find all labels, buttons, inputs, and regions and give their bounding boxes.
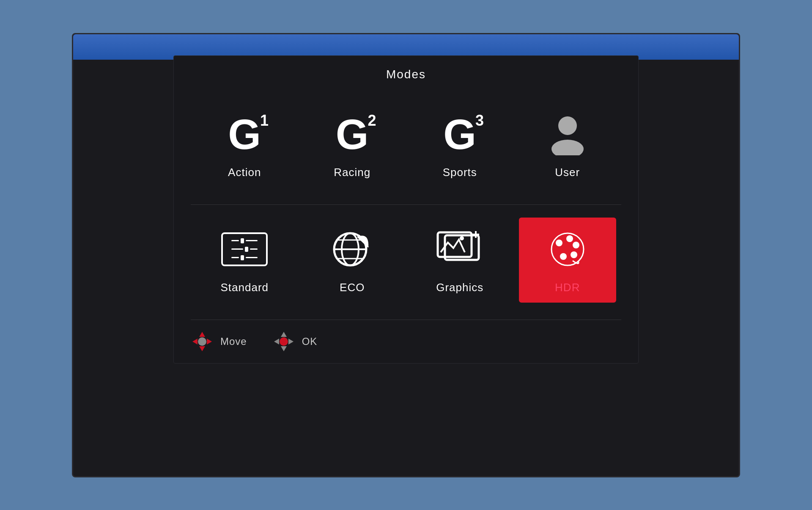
hdr-icon <box>546 226 589 273</box>
footer-ok: OK <box>272 330 318 353</box>
racing-superscript: 2 <box>368 113 376 128</box>
svg-point-17 <box>571 251 577 258</box>
dpad-move-icon <box>191 330 214 353</box>
sports-label: Sports <box>443 166 477 179</box>
user-icon <box>549 111 587 157</box>
svg-point-10 <box>460 236 464 240</box>
eco-label: ECO <box>340 281 365 294</box>
user-label: User <box>555 166 580 179</box>
mode-sports[interactable]: G 3 Sports <box>411 102 508 187</box>
ok-label: OK <box>302 336 318 347</box>
svg-point-15 <box>566 235 573 242</box>
mode-racing[interactable]: G 2 Racing <box>304 102 401 187</box>
graphics-icon <box>434 226 485 273</box>
menu-title: Modes <box>174 56 638 90</box>
standard-label: Standard <box>220 281 269 294</box>
action-superscript: 1 <box>260 113 269 128</box>
hdr-label: HDR <box>555 281 580 294</box>
racing-g-letter: G <box>336 110 369 158</box>
move-label: Move <box>220 336 247 347</box>
svg-marker-27 <box>288 339 294 345</box>
action-icon: G 1 <box>228 111 261 157</box>
svg-marker-21 <box>192 339 198 345</box>
dpad-ok-icon <box>272 330 295 353</box>
svg-point-18 <box>560 253 567 260</box>
racing-icon: G 2 <box>336 111 369 157</box>
footer-move: Move <box>191 330 247 353</box>
svg-marker-26 <box>274 339 279 345</box>
graphics-label: Graphics <box>436 281 483 294</box>
svg-marker-25 <box>281 346 287 351</box>
action-g-letter: G <box>228 110 261 158</box>
modes-bottom-row: Standard <box>174 205 638 320</box>
svg-point-16 <box>573 242 579 248</box>
svg-point-0 <box>558 116 577 135</box>
mode-hdr[interactable]: HDR <box>519 218 616 303</box>
svg-marker-22 <box>207 339 212 345</box>
svg-point-28 <box>280 337 288 346</box>
svg-point-23 <box>198 337 206 346</box>
svg-marker-24 <box>281 332 287 337</box>
eco-icon <box>331 226 373 273</box>
sports-g-letter: G <box>443 110 476 158</box>
racing-label: Racing <box>334 166 370 179</box>
sports-superscript: 3 <box>475 113 484 128</box>
svg-marker-19 <box>199 332 205 337</box>
svg-point-14 <box>556 240 562 246</box>
modes-top-row: G 1 Action G 2 Racing <box>174 90 638 204</box>
mode-graphics[interactable]: Graphics <box>411 218 508 303</box>
monitor-screen: Modes G 1 Action G 2 <box>72 33 740 477</box>
action-label: Action <box>228 166 261 179</box>
svg-marker-20 <box>199 346 205 351</box>
menu-panel: Modes G 1 Action G 2 <box>173 55 639 364</box>
mode-eco[interactable]: ECO <box>304 218 401 303</box>
mode-user[interactable]: User <box>519 102 616 187</box>
sports-icon: G 3 <box>443 111 476 157</box>
mode-standard[interactable]: Standard <box>196 218 293 303</box>
mode-action[interactable]: G 1 Action <box>196 102 293 187</box>
svg-point-1 <box>551 140 584 155</box>
footer-bar: Move OK <box>174 320 638 363</box>
standard-icon <box>221 226 268 273</box>
